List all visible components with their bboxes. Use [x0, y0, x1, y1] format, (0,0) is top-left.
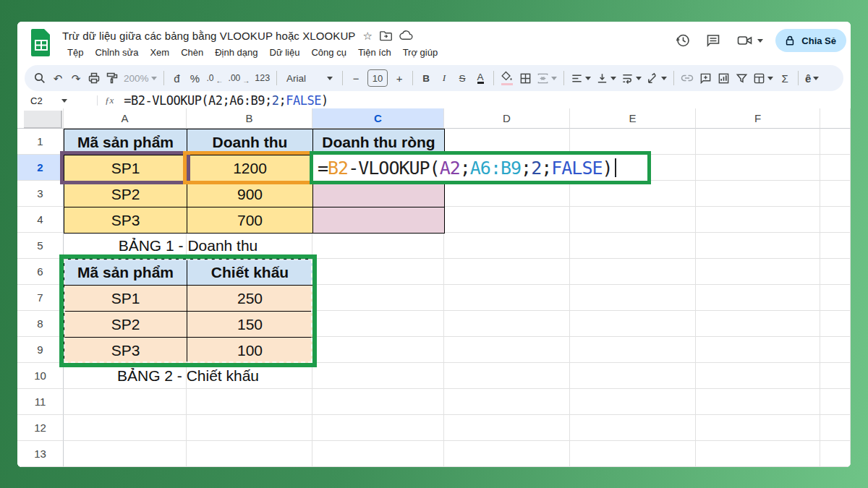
- cell-F10[interactable]: [696, 363, 820, 389]
- cell-E7[interactable]: [570, 285, 696, 311]
- cell-B12[interactable]: [187, 415, 312, 441]
- search-button[interactable]: [33, 69, 46, 87]
- star-icon[interactable]: ☆: [362, 30, 372, 41]
- cell-E9[interactable]: [570, 337, 696, 363]
- cell-F4[interactable]: [696, 207, 820, 233]
- cell-C12[interactable]: [312, 415, 444, 441]
- cell-B1[interactable]: Doanh thu: [187, 129, 313, 155]
- cell-A1[interactable]: Mã sản phẩm: [64, 129, 187, 155]
- menu-item-chỉnh-sửa[interactable]: Chỉnh sửa: [90, 46, 143, 59]
- cell-F6[interactable]: [696, 259, 820, 285]
- cell-F12[interactable]: [696, 415, 820, 441]
- zoom-select[interactable]: 200%: [124, 69, 157, 87]
- cell-F9[interactable]: [696, 337, 820, 363]
- row-header-4[interactable]: 4: [17, 207, 64, 233]
- cell-extra[interactable]: [820, 285, 851, 311]
- cell-extra[interactable]: [820, 207, 851, 233]
- functions-button[interactable]: Σ: [778, 69, 791, 87]
- cell-extra[interactable]: [820, 415, 851, 441]
- menu-item-công-cụ[interactable]: Công cụ: [306, 46, 351, 59]
- row-header-13[interactable]: 13: [17, 441, 64, 467]
- column-header-A[interactable]: A: [64, 108, 187, 129]
- insert-comment-button[interactable]: [699, 69, 712, 87]
- undo-button[interactable]: ↶: [51, 69, 64, 87]
- cell-A2[interactable]: SP1: [64, 155, 187, 181]
- cell-C5[interactable]: [312, 233, 444, 259]
- column-header-extra[interactable]: [820, 108, 851, 129]
- cell-B4[interactable]: 700: [187, 207, 313, 234]
- cell-D10[interactable]: [444, 363, 570, 389]
- comments-button[interactable]: [703, 30, 723, 51]
- cell-B7[interactable]: 250: [187, 285, 313, 312]
- cell-D13[interactable]: [444, 441, 570, 467]
- cell-F3[interactable]: [696, 181, 820, 207]
- cell-E10[interactable]: [570, 363, 696, 389]
- document-title[interactable]: Trừ dữ liệu giữa các bảng bằng VLOOKUP h…: [62, 30, 355, 42]
- decrease-decimal-button[interactable]: .0←: [207, 69, 224, 87]
- menu-item-chèn[interactable]: Chèn: [176, 46, 208, 59]
- cell-A3[interactable]: SP2: [64, 181, 187, 207]
- row-header-2[interactable]: 2: [17, 155, 64, 181]
- cell-C10[interactable]: [312, 363, 444, 389]
- name-box[interactable]: C2: [17, 95, 97, 106]
- row-header-1[interactable]: 1: [17, 129, 64, 155]
- redo-button[interactable]: ↷: [69, 69, 82, 87]
- fill-color-button[interactable]: [501, 69, 514, 87]
- cell-A9[interactable]: SP3: [64, 337, 187, 364]
- cell-A11[interactable]: [64, 389, 187, 415]
- cell-F11[interactable]: [696, 389, 820, 415]
- cell-extra[interactable]: [820, 181, 851, 207]
- cell-B11[interactable]: [187, 389, 312, 415]
- cell-F8[interactable]: [696, 311, 820, 337]
- cell-E12[interactable]: [570, 415, 696, 441]
- cell-E3[interactable]: [570, 181, 696, 207]
- horizontal-align-button[interactable]: [571, 69, 591, 87]
- cell-D5[interactable]: [444, 233, 570, 259]
- print-button[interactable]: [88, 69, 101, 87]
- percent-format-button[interactable]: %: [189, 69, 202, 87]
- menu-item-trợ-giúp[interactable]: Trợ giúp: [398, 46, 443, 59]
- active-cell-formula[interactable]: =B2-VLOOKUP(A2;A6:B9;2;FALSE): [310, 151, 651, 184]
- cell-B9[interactable]: 100: [187, 337, 313, 364]
- row-header-10[interactable]: 10: [17, 363, 64, 389]
- cell-B3[interactable]: 900: [187, 181, 313, 207]
- cell-D11[interactable]: [444, 389, 570, 415]
- cell-extra[interactable]: [820, 363, 851, 389]
- cell-F7[interactable]: [696, 285, 820, 311]
- menu-item-dữ-liệu[interactable]: Dữ liệu: [265, 46, 305, 59]
- text-wrap-button[interactable]: [621, 69, 642, 87]
- cell-B6[interactable]: Chiết khấu: [187, 259, 313, 286]
- row-header-3[interactable]: 3: [17, 181, 64, 207]
- cell-D4[interactable]: [444, 207, 570, 233]
- paint-format-button[interactable]: [106, 69, 119, 87]
- more-formats-button[interactable]: 123: [255, 69, 270, 87]
- cell-C4[interactable]: [312, 207, 445, 234]
- cell-E13[interactable]: [570, 441, 696, 467]
- cell-B2[interactable]: 1200: [187, 155, 313, 181]
- cell-D6[interactable]: [444, 259, 570, 285]
- menu-item-tiện-ích[interactable]: Tiện ích: [353, 46, 396, 59]
- cell-C6[interactable]: [312, 259, 444, 285]
- cell-C3[interactable]: [312, 181, 445, 207]
- cell-D9[interactable]: [444, 337, 570, 363]
- row-header-9[interactable]: 9: [17, 337, 64, 363]
- menu-item-tệp[interactable]: Tệp: [62, 46, 88, 59]
- cell-extra[interactable]: [820, 441, 851, 467]
- vertical-align-button[interactable]: [596, 69, 616, 87]
- cell-F2[interactable]: [696, 155, 820, 181]
- font-size-input[interactable]: 10: [367, 69, 388, 87]
- cell-A7[interactable]: SP1: [64, 285, 187, 312]
- text-color-button[interactable]: A: [474, 69, 487, 87]
- cell-extra[interactable]: [820, 389, 851, 415]
- row-header-12[interactable]: 12: [17, 415, 64, 441]
- cell-A6[interactable]: Mã sản phẩm: [64, 259, 187, 286]
- cell-E5[interactable]: [570, 233, 696, 259]
- share-button[interactable]: Chia Sẻ: [775, 29, 846, 52]
- increase-font-size-button[interactable]: +: [393, 69, 406, 87]
- create-filter-button[interactable]: [735, 69, 748, 87]
- column-header-E[interactable]: E: [570, 108, 696, 129]
- strikethrough-button[interactable]: S: [456, 69, 469, 87]
- version-history-button[interactable]: [673, 30, 693, 51]
- row-header-11[interactable]: 11: [17, 389, 64, 415]
- column-header-B[interactable]: B: [187, 108, 312, 129]
